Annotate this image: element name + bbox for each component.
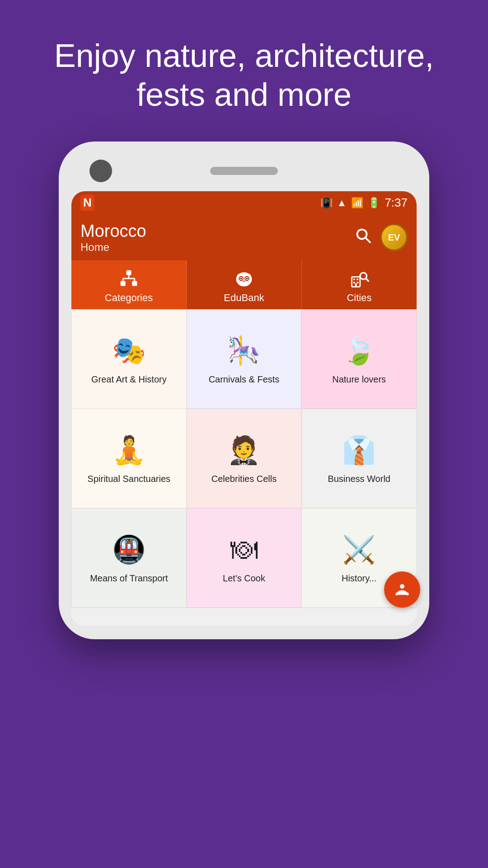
tab-edubank-label: EduBank [224, 292, 264, 304]
tab-categories[interactable]: Categories [71, 260, 187, 309]
fab-button[interactable] [384, 571, 420, 608]
means-of-transport-icon: 🚇 [112, 536, 146, 563]
tab-categories-label: Categories [105, 292, 153, 304]
category-spiritual-sanctuaries[interactable]: 🧘 Spiritual Sanctuaries [71, 409, 187, 508]
svg-point-13 [240, 278, 242, 279]
app-bar: Morocco Home EV [71, 215, 417, 260]
svg-rect-22 [357, 278, 359, 280]
carnivals-fests-icon: 🎠 [227, 337, 261, 364]
ev-badge-label: EV [388, 232, 400, 243]
nature-lovers-label: Nature lovers [332, 373, 386, 385]
nav-tabs: Categories [71, 260, 417, 309]
categories-icon [119, 269, 139, 288]
great-art-history-icon: 🎭 [112, 337, 146, 364]
lets-cook-label: Let's Cook [223, 572, 265, 584]
tab-cities-label: Cities [347, 292, 371, 304]
svg-point-16 [246, 278, 248, 279]
category-nature-lovers[interactable]: 🍃 Nature lovers [301, 309, 417, 409]
category-great-art-history[interactable]: 🎭 Great Art & History [71, 309, 187, 409]
nature-lovers-icon: 🍃 [342, 337, 376, 364]
spiritual-sanctuaries-icon: 🧘 [112, 437, 146, 464]
hero-heading: Enjoy nature, architecture, fests and mo… [0, 0, 488, 142]
categories-grid: 🎭 Great Art & History 🎠 Carnivals & Fest… [71, 309, 417, 608]
tab-cities[interactable]: Cities [302, 260, 417, 309]
svg-rect-4 [132, 281, 137, 286]
great-art-history-label: Great Art & History [91, 373, 167, 385]
celebrities-cells-icon: 🤵 [227, 437, 261, 464]
category-means-of-transport[interactable]: 🚇 Means of Transport [71, 508, 187, 608]
phone-top-bar [71, 155, 417, 191]
tab-edubank[interactable]: EduBank [187, 260, 302, 309]
means-of-transport-label: Means of Transport [90, 572, 168, 584]
search-button[interactable] [355, 227, 371, 248]
edubank-icon [234, 269, 254, 288]
lets-cook-icon: 🍽 [230, 536, 258, 563]
app-bar-icons: EV [355, 224, 408, 251]
category-celebrities-cells[interactable]: 🤵 Celebrities Cells [187, 409, 302, 508]
wifi-icon: ▲ [337, 197, 347, 209]
carnivals-fests-label: Carnivals & Fests [209, 373, 280, 385]
svg-point-28 [400, 584, 404, 589]
svg-rect-23 [353, 282, 355, 283]
phone-speaker [210, 167, 278, 175]
signal-icon: 📶 [351, 197, 363, 209]
bottom-bar [71, 608, 417, 626]
business-world-label: Business World [328, 473, 390, 485]
status-right: 📳 ▲ 📶 🔋 7:37 [320, 196, 408, 210]
svg-rect-25 [355, 283, 357, 287]
history-icon: ⚔️ [342, 536, 376, 563]
svg-line-1 [366, 238, 370, 242]
battery-icon: 🔋 [368, 197, 380, 209]
history-label: History... [342, 572, 376, 584]
business-world-icon: 👔 [342, 437, 376, 464]
phone-mockup: N 📳 ▲ 📶 🔋 7:37 Morocco Home [59, 142, 429, 639]
svg-point-30 [406, 592, 409, 595]
status-bar: N 📳 ▲ 📶 🔋 7:37 [71, 191, 417, 215]
svg-rect-2 [127, 270, 131, 275]
notification-icon: N [80, 195, 94, 211]
svg-rect-3 [121, 281, 126, 286]
phone-screen: N 📳 ▲ 📶 🔋 7:37 Morocco Home [71, 191, 417, 626]
app-bar-title-group: Morocco Home [80, 222, 146, 254]
svg-point-29 [395, 592, 399, 595]
app-subtitle: Home [80, 241, 146, 254]
category-business-world[interactable]: 👔 Business World [301, 409, 417, 508]
cities-icon [349, 269, 369, 288]
ev-badge[interactable]: EV [380, 224, 408, 251]
celebrities-cells-label: Celebrities Cells [211, 473, 277, 485]
spiritual-sanctuaries-label: Spiritual Sanctuaries [88, 473, 170, 485]
category-lets-cook[interactable]: 🍽 Let's Cook [187, 508, 302, 608]
status-time: 7:37 [385, 196, 408, 210]
svg-line-27 [366, 278, 369, 281]
vibrate-icon: 📳 [320, 197, 333, 209]
fab-icon [393, 580, 411, 599]
category-carnivals-fests[interactable]: 🎠 Carnivals & Fests [187, 309, 302, 409]
phone-camera [89, 160, 112, 182]
svg-rect-21 [353, 278, 355, 280]
app-title: Morocco [80, 222, 146, 241]
status-left: N [80, 195, 94, 211]
svg-rect-24 [357, 282, 359, 283]
